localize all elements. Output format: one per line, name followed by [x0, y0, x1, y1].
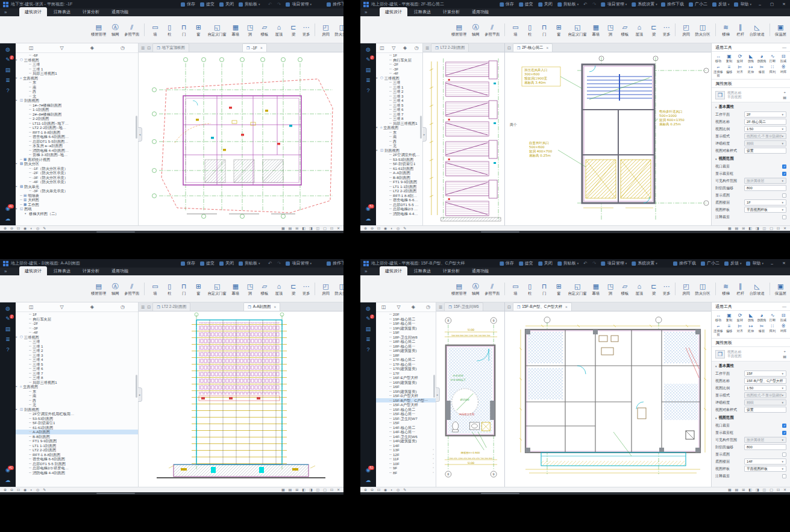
status-icon[interactable]: ✕ [783, 487, 786, 492]
tree-item[interactable]: ▾A-A剖面图▫ [376, 171, 422, 175]
ribbon-tool-button[interactable]: ▱楼板 [618, 23, 632, 36]
edit-tool-button[interactable]: ◕倒圆角 [756, 313, 767, 322]
tree-item[interactable]: ▾总部DT1 5-5 剖面图▫ [376, 202, 422, 207]
tree-item[interactable]: ▾LT1 1-1剖面图▫ [376, 184, 422, 189]
tree-item[interactable]: ▾总部电梯2/3 研发电…▫ [16, 466, 138, 471]
status-icon[interactable]: ⊖ [371, 226, 374, 231]
tree-toolbar-icon[interactable]: ◷ [415, 45, 419, 51]
status-icon[interactable]: ◨ [756, 226, 759, 231]
tree-item[interactable]: ▾-1F（防火分区示意）▫ [16, 166, 138, 171]
property-control[interactable]: ▼ [744, 163, 780, 169]
tree-item[interactable]: ▾-6F▫ [16, 53, 138, 58]
status-icon[interactable]: ▤ [289, 487, 292, 492]
strip-icon[interactable]: ▤ [5, 327, 11, 332]
notification-bell-icon[interactable]: ◉41 [5, 468, 10, 473]
checkbox[interactable] [782, 164, 786, 169]
ribbon-tool-button[interactable]: ≋楼梯 [719, 23, 733, 36]
menu-item[interactable]: 帮助 [734, 1, 751, 7]
collapse-panel-icon[interactable]: — [782, 45, 786, 49]
tree-item[interactable]: ▾三维 7▫ [376, 112, 422, 117]
tree-item[interactable]: ▾消防电梯 4-4剖面图…▫ [16, 148, 138, 153]
edit-tool-button[interactable]: ≡偏移 [724, 64, 735, 77]
ribbon-tool-button[interactable]: ◰房间 [679, 283, 693, 295]
tree-item[interactable]: ▾水泵房 a--a剖面图▫ [16, 143, 138, 148]
property-control[interactable]: 15F-B户型、C户型大样▼ [744, 378, 786, 384]
ribbon-tool-button[interactable]: ▯柱 [522, 23, 537, 36]
tree-item[interactable]: ▾三维 6▫ [376, 107, 422, 112]
ribbon-tool-button[interactable]: ≋楼梯 [719, 283, 733, 295]
status-icon[interactable]: ⊡ [330, 487, 333, 492]
status-icon[interactable]: ⊞ [742, 487, 745, 492]
strip-icon[interactable]: ▤ [366, 67, 371, 73]
status-icon[interactable]: ✎ [403, 487, 406, 492]
tree-item[interactable]: ▾FT1 9-9剖面图▫ [16, 439, 138, 443]
tree-toolbar-icon[interactable]: ◈ [403, 45, 407, 51]
tree-item[interactable]: ▾总部电梯2/3 研发电…▫ [376, 207, 422, 211]
status-icon[interactable]: ▢ [323, 487, 327, 492]
tree-item[interactable]: ▾FT1 9-9剖面图▫ [376, 180, 422, 184]
tree-item[interactable]: ▾-2F▫ [376, 62, 422, 67]
edit-tool-button[interactable]: ◕倒圆角 [756, 54, 767, 63]
ribbon-tool-button[interactable]: ⫽参照平面 [483, 283, 505, 295]
checkbox[interactable] [782, 215, 786, 219]
tree-item[interactable]: ▾⌂立面视图▫ [16, 384, 138, 389]
tab-list-icon[interactable]: ☰ [141, 305, 145, 310]
ribbon-tab[interactable]: 注释表达 [409, 7, 436, 16]
ribbon-tab[interactable]: 建筑设计 [19, 266, 47, 275]
menu-item[interactable]: 保存 [181, 1, 195, 7]
status-icon[interactable]: ◐ [30, 226, 33, 231]
status-icon[interactable]: ◨ [309, 487, 313, 492]
tree-item[interactable]: ▾15F-核心筒二▫ [376, 407, 436, 412]
tree-item[interactable]: ▾北▫ [16, 94, 138, 99]
tree-item[interactable]: ▾货梯 3-3剖面图--地…▫ [16, 152, 138, 157]
drawing-canvas-core-plan[interactable]: 加压送风井入口 300×600 预留洞口900宽 底标高 3.40m 电动多叶送… [505, 52, 711, 225]
menu-item[interactable]: 剪贴板 [239, 1, 260, 7]
tree-item[interactable]: ▾17F(建筑提资)▫ [376, 366, 436, 371]
ribbon-tab[interactable]: 通用功能 [466, 266, 494, 275]
ribbon-tool-button[interactable]: ▱楼板 [257, 283, 272, 295]
tree-item[interactable]: ▾-3F▫ [376, 67, 422, 72]
property-control[interactable]: ▼ [744, 422, 780, 428]
cloud-icon[interactable]: ☁ [366, 216, 371, 222]
notification-bell-icon[interactable]: ◉41 [5, 206, 10, 211]
tree-toolbar-icon[interactable]: ◫ [381, 304, 386, 310]
status-icon[interactable]: ⊡ [377, 226, 380, 231]
tree-item[interactable]: ▾53-53剖面图▫ [16, 416, 138, 421]
status-icon[interactable]: ⊡ [330, 226, 333, 231]
menu-item[interactable]: 剪贴板 [557, 1, 579, 7]
tab-list-icon[interactable]: ☰ [425, 46, 429, 51]
tree-item[interactable]: ▾61-61剖面图▫ [376, 166, 422, 171]
ribbon-tool-button[interactable]: Ⓐ轴网 [108, 283, 122, 295]
tree-item[interactable]: ▾2-2剖面图▫ [16, 116, 138, 121]
tree-item[interactable]: ▾西▫ [16, 89, 138, 94]
edit-tool-button[interactable]: ⌐连接修剪 [713, 324, 724, 336]
tree-item[interactable]: ▾15F-卫生间W7▫ [376, 416, 436, 421]
tree-item[interactable]: ▾三维 4▫ [376, 98, 422, 103]
ribbon-tool-button[interactable]: ⋯更多 [301, 23, 316, 36]
scrollbar-thumb[interactable] [481, 493, 519, 495]
tree-item[interactable]: ▾宿舍电梯 6-6剖面图▫ [376, 198, 422, 202]
tree-item[interactable]: ▾16F-E户型大样▫ [376, 375, 436, 380]
property-control[interactable]: 设置▼ [744, 148, 786, 154]
tree-item[interactable]: ▾53-53剖面图▫ [376, 157, 422, 162]
tree-item[interactable]: ▾◫剖面视图▫ [16, 407, 138, 412]
ribbon-tool-button[interactable]: ▤楼层管理 [89, 283, 108, 295]
tree-item[interactable]: ▾LT2 2-2剖面图▫ [376, 189, 422, 193]
tree-item[interactable]: ▾自行车夹层▫ [16, 317, 138, 322]
tree-item[interactable]: ▾1-1剖面图▫ [16, 107, 138, 112]
property-control[interactable]: 线图模式-不显示隐藏线▼ [744, 392, 786, 398]
status-icon[interactable]: ⊡ [17, 226, 20, 231]
tree-toolbar-icon[interactable]: ◈ [90, 304, 94, 310]
tree-item[interactable]: ▾北▫ [16, 402, 138, 407]
tree-item[interactable]: ▾1F▫ [16, 312, 138, 317]
tree-item[interactable]: ▾三维 3▫ [16, 353, 138, 358]
status-icon[interactable]: ◐ [30, 487, 33, 492]
menu-item[interactable]: 操作下载 [661, 1, 684, 7]
menu-item[interactable]: 反馈 [712, 1, 730, 7]
tab-list-icon[interactable]: ☰ [141, 46, 145, 51]
status-icon[interactable]: ⊕ [4, 487, 7, 492]
ribbon-tool-button[interactable]: ▱楼板 [257, 23, 272, 36]
menu-item[interactable]: 广小二 [701, 260, 719, 266]
expand-icon[interactable]: » [365, 10, 367, 15]
minimize-button[interactable]: – [756, 2, 763, 7]
